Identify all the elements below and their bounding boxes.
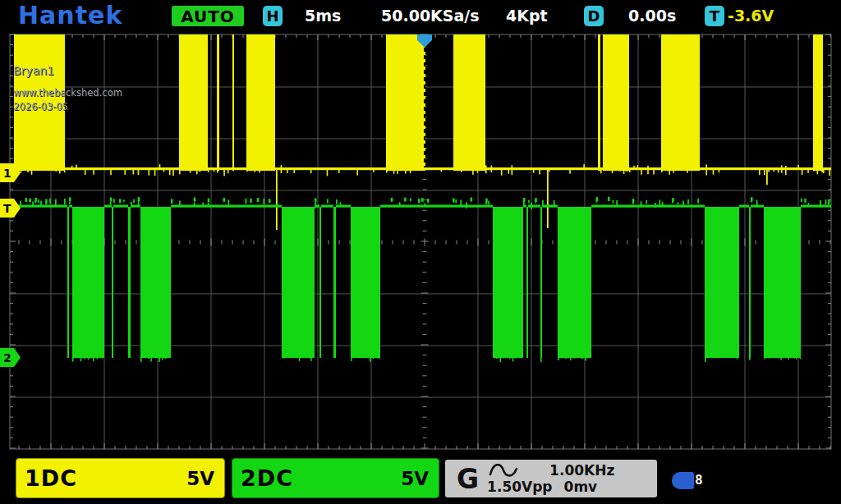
- ch1-scale-value: 5V: [186, 468, 214, 489]
- top-status-bar: Hantek AUTO H 5ms 50.00KSa/s 4Kpt D 0.00…: [0, 0, 841, 30]
- generator-info: 1.00KHz 1.50Vpp 0mv: [485, 462, 650, 495]
- generator-label: G: [457, 463, 479, 495]
- usb-device-icon: [672, 472, 694, 489]
- ch2-coupling-label: 2DC: [241, 465, 293, 491]
- watermark: Bryan1 www.thebackshed.com 2026-03-05: [13, 64, 122, 112]
- horizontal-offset-value[interactable]: 0.00s: [628, 7, 676, 25]
- timebase-value[interactable]: 5ms: [305, 7, 341, 25]
- ch2-settings-box[interactable]: 2DC 5V: [232, 458, 439, 498]
- generator-frequency: 1.00KHz: [549, 462, 614, 479]
- bottom-status-bar: 1DC 5V 2DC 5V G 1.00KHz 1.50Vpp 0mv: [0, 454, 841, 504]
- generator-offset: 0mv: [564, 479, 598, 495]
- ch2-scale-value: 5V: [401, 468, 429, 489]
- horizontal-menu-icon[interactable]: H: [263, 6, 283, 26]
- watermark-website: www.thebackshed.com: [13, 87, 122, 99]
- generator-settings-box[interactable]: G 1.00KHz 1.50Vpp 0mv: [445, 460, 657, 497]
- trigger-menu-icon[interactable]: T: [705, 6, 724, 26]
- trigger-level-value[interactable]: -3.6V: [728, 7, 774, 25]
- sine-wave-icon: [489, 464, 518, 478]
- acquisition-mode-button[interactable]: AUTO: [172, 6, 244, 26]
- usb-device-glyph: 8: [695, 472, 703, 488]
- sample-rate-value: 50.00KSa/s: [381, 7, 480, 25]
- hantek-logo: Hantek: [18, 1, 122, 30]
- delay-menu-icon[interactable]: D: [584, 6, 604, 26]
- watermark-username: Bryan1: [13, 64, 122, 77]
- ch1-coupling-label: 1DC: [25, 465, 77, 491]
- memory-depth-value: 4Kpt: [506, 7, 548, 25]
- ch1-settings-box[interactable]: 1DC 5V: [16, 458, 225, 498]
- watermark-date: 2026-03-05: [13, 101, 122, 112]
- generator-amplitude: 1.50Vpp: [487, 479, 552, 495]
- waveform-display: [0, 0, 841, 504]
- oscilloscope-screen: Hantek AUTO H 5ms 50.00KSa/s 4Kpt D 0.00…: [0, 0, 841, 504]
